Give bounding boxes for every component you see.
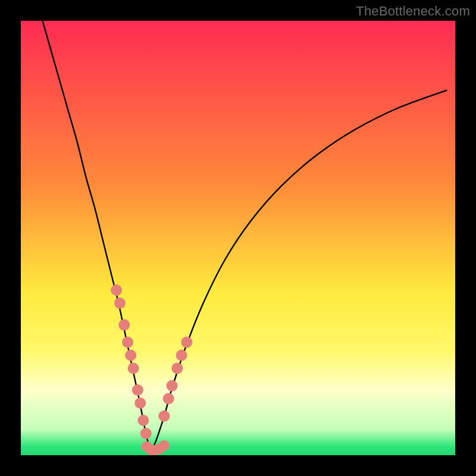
data-dot <box>125 350 136 361</box>
frame: TheBottleneck.com <box>0 0 476 476</box>
data-dot <box>140 428 152 439</box>
data-dot <box>181 337 192 348</box>
data-dot <box>163 393 174 405</box>
data-dot <box>158 411 170 422</box>
data-dot <box>134 397 146 409</box>
data-dot <box>128 363 139 374</box>
data-dot <box>159 440 170 451</box>
data-dot <box>171 363 183 374</box>
data-dot <box>132 384 143 396</box>
data-dot <box>167 380 178 392</box>
data-dot <box>114 298 126 309</box>
data-dot <box>122 337 133 348</box>
data-dot <box>176 350 187 361</box>
chart-canvas <box>0 0 476 476</box>
data-dot <box>118 320 130 331</box>
data-dot <box>111 284 122 296</box>
data-dot <box>137 415 149 426</box>
